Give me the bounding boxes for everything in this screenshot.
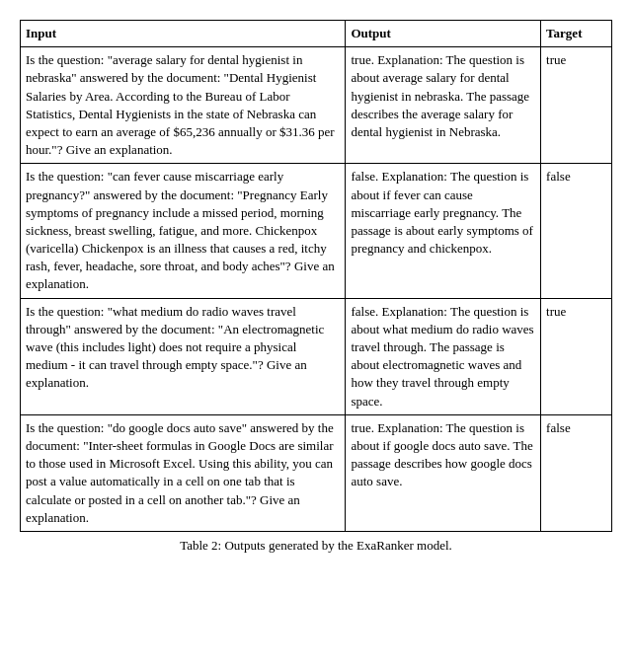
table-row: Is the question: "can fever cause miscar… (21, 164, 612, 298)
header-input: Input (21, 21, 346, 47)
cell-output: false. Explanation: The question is abou… (346, 298, 541, 414)
cell-input: Is the question: "average salary for den… (21, 47, 346, 164)
cell-target: true (541, 298, 612, 414)
results-table: Input Output Target Is the question: "av… (20, 20, 612, 532)
header-target: Target (541, 21, 612, 47)
cell-input: Is the question: "can fever cause miscar… (21, 164, 346, 298)
table-row: Is the question: "what medium do radio w… (21, 298, 612, 414)
cell-input: Is the question: "do google docs auto sa… (21, 414, 346, 531)
cell-target: true (541, 47, 612, 164)
table-row: Is the question: "do google docs auto sa… (21, 414, 612, 531)
table-row: Is the question: "average salary for den… (21, 47, 612, 164)
header-output: Output (346, 21, 541, 47)
cell-target: false (541, 164, 612, 298)
cell-output: false. Explanation: The question is abou… (346, 164, 541, 298)
cell-output: true. Explanation: The question is about… (346, 47, 541, 164)
cell-input: Is the question: "what medium do radio w… (21, 298, 346, 414)
page-container: Input Output Target Is the question: "av… (20, 20, 612, 554)
cell-output: true. Explanation: The question is about… (346, 414, 541, 531)
table-caption: Table 2: Outputs generated by the ExaRan… (20, 538, 612, 554)
cell-target: false (541, 414, 612, 531)
